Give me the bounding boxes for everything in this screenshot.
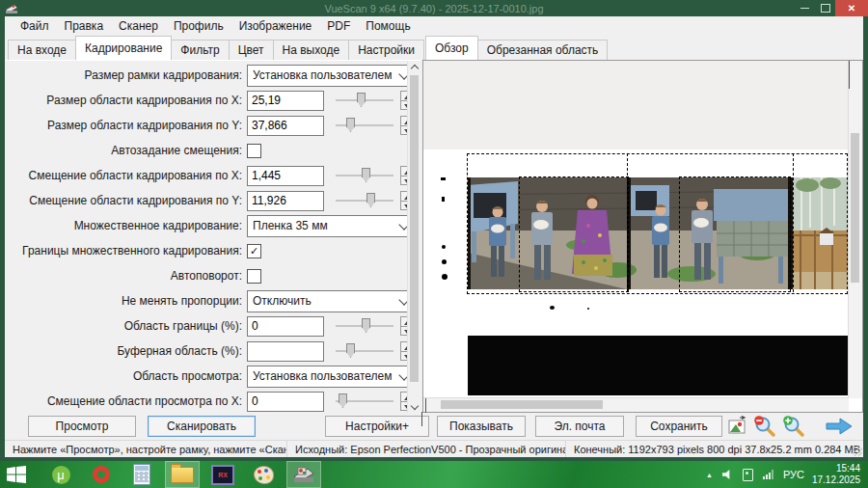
tab-input[interactable]: На входе — [8, 40, 76, 60]
menu-help[interactable]: Помощь — [358, 16, 418, 36]
form-row: Размер области кадрирования по X: — [5, 88, 420, 113]
tray-expand-icon[interactable]: ▲ — [706, 472, 713, 478]
paint-icon[interactable] — [247, 462, 280, 487]
crop-size-x-input[interactable] — [247, 91, 324, 111]
vuescan-taskbar-icon[interactable] — [287, 462, 320, 487]
preview-vscrollbar[interactable] — [848, 61, 862, 398]
menu-edit[interactable]: Правка — [57, 16, 112, 36]
form-row: Множественное кадрирование: Пленка 35 мм — [5, 213, 420, 238]
language-indicator[interactable]: РУС — [783, 469, 804, 480]
field-label: Размер области кадрирования по X: — [5, 94, 247, 107]
calculator-icon[interactable] — [125, 462, 158, 487]
taskbar: μ RX ▲ — [0, 461, 868, 488]
scrollbar-thumb[interactable] — [410, 75, 419, 382]
explorer-icon[interactable] — [166, 462, 199, 487]
scroll-down-icon[interactable] — [408, 400, 420, 413]
vuescan-window: VueScan 9 x64 (9.7.40) - 2025-12-17-0010… — [0, 0, 868, 461]
resize-grip[interactable] — [853, 447, 862, 456]
preview-area-select[interactable]: Установка пользователем — [247, 366, 416, 388]
crop-size-x-slider[interactable] — [336, 91, 393, 110]
border-area-slider[interactable] — [336, 316, 393, 336]
crop-size-y-slider[interactable] — [336, 116, 393, 135]
tab-prefs[interactable]: Настройки — [348, 40, 424, 60]
crop-size-y-input[interactable] — [247, 116, 324, 136]
crop-marquee[interactable] — [679, 176, 791, 292]
crop-offset-x-slider[interactable] — [336, 166, 393, 185]
field-label: Область границы (%): — [5, 319, 247, 333]
network-icon[interactable] — [763, 470, 774, 479]
tab-preview[interactable]: Обзор — [425, 36, 478, 60]
menu-file[interactable]: Файл — [13, 16, 57, 36]
menu-profile[interactable]: Профиль — [166, 16, 231, 36]
lock-aspect-select[interactable]: Отключить — [247, 290, 416, 312]
scroll-right-icon[interactable] — [423, 412, 849, 425]
menu-image[interactable]: Изображение — [231, 16, 320, 36]
window-title: VueScan 9 x64 (9.7.40) - 2025-12-17-0010… — [0, 3, 868, 14]
scroll-up-icon[interactable] — [849, 61, 862, 74]
utorrent-icon[interactable]: μ — [44, 462, 77, 487]
dust-speck — [587, 308, 589, 310]
pixel-tool-icon[interactable]: RX — [206, 462, 239, 487]
field-label: Размер области кадрирования по Y: — [5, 119, 247, 132]
field-label: Множественное кадрирование: — [5, 219, 247, 232]
start-button[interactable] — [0, 462, 33, 487]
multi-crop-borders-checkbox[interactable]: ✓ — [247, 244, 261, 258]
auto-offset-checkbox[interactable] — [247, 144, 261, 158]
scroll-down-icon[interactable] — [849, 74, 862, 88]
maximize-button[interactable] — [815, 0, 835, 16]
clock[interactable]: 15:44 17.12.2025 — [812, 463, 860, 486]
minimize-button[interactable] — [795, 0, 815, 16]
opera-icon[interactable] — [85, 462, 118, 487]
tab-crop[interactable]: Кадрирование — [75, 36, 172, 60]
film-edge-mark — [442, 245, 446, 249]
form-row: Не менять пропорции: Отключить — [5, 288, 420, 313]
settings-scrollbar[interactable] — [407, 61, 420, 413]
form-row: Размер рамки кадрирования: Установка пол… — [5, 63, 420, 88]
crop-settings-form: Размер рамки кадрирования: Установка пол… — [5, 60, 420, 413]
system-tray: ▲ РУС 15:44 17.12.2025 — [701, 463, 868, 486]
maximize-icon — [821, 4, 830, 13]
close-button[interactable]: ✕ — [835, 0, 868, 16]
film-strip-unexposed[interactable] — [468, 336, 848, 395]
crop-offset-x-input[interactable] — [247, 166, 324, 186]
volume-icon[interactable] — [722, 470, 733, 479]
buffer-area-slider[interactable] — [336, 341, 393, 361]
tab-cropped-area[interactable]: Обрезанная область — [477, 40, 609, 60]
preview-pane: Обзор Обрезанная область — [422, 36, 863, 413]
form-row: Смещение области кадрирования по X: — [5, 163, 420, 188]
crop-marquee[interactable] — [519, 176, 629, 292]
options-button[interactable]: Настройки+ — [325, 416, 429, 437]
tab-color[interactable]: Цвет — [229, 40, 274, 60]
preview-offset-x-slider[interactable] — [336, 392, 393, 411]
scanner-bed-empty — [423, 61, 849, 149]
crop-offset-y-input[interactable] — [247, 191, 324, 211]
scrollbar-thumb[interactable] — [851, 133, 859, 283]
buffer-area-input[interactable] — [247, 341, 324, 362]
titlebar[interactable]: VueScan 9 x64 (9.7.40) - 2025-12-17-0010… — [0, 0, 868, 16]
preview-hscrollbar[interactable] — [423, 397, 849, 412]
input-device-icon[interactable] — [743, 469, 753, 481]
multi-crop-select[interactable]: Пленка 35 мм — [247, 215, 416, 237]
film-edge-mark — [442, 274, 448, 280]
form-row: Буферная область (%): — [5, 339, 420, 364]
tab-filter[interactable]: Фильтр — [171, 40, 229, 60]
auto-rotate-checkbox[interactable] — [247, 269, 261, 284]
form-row: Размер области кадрирования по Y: — [5, 113, 420, 138]
scroll-up-icon[interactable] — [408, 61, 420, 73]
status-source: Исходный: Epson PerfectionV500 - Прозрач… — [286, 441, 565, 457]
film-edge-mark — [442, 259, 447, 264]
menu-pdf[interactable]: PDF — [319, 16, 358, 36]
close-icon: ✕ — [848, 3, 855, 14]
form-row: Область просмотра: Установка пользовател… — [5, 364, 420, 389]
preview-offset-x-input[interactable] — [247, 392, 324, 412]
scrollbar-thumb[interactable] — [441, 400, 603, 409]
scan-button[interactable]: Сканировать — [148, 416, 256, 437]
scan-preview[interactable] — [422, 60, 863, 413]
preview-button[interactable]: Просмотр — [28, 416, 136, 437]
tab-output[interactable]: На выходе — [273, 40, 350, 60]
border-area-input[interactable] — [247, 316, 324, 337]
frame-size-select[interactable]: Установка пользователем — [247, 65, 416, 87]
menu-scanner[interactable]: Сканер — [111, 16, 166, 36]
crop-offset-y-slider[interactable] — [336, 191, 393, 210]
field-label: Автоповорот: — [5, 269, 247, 283]
